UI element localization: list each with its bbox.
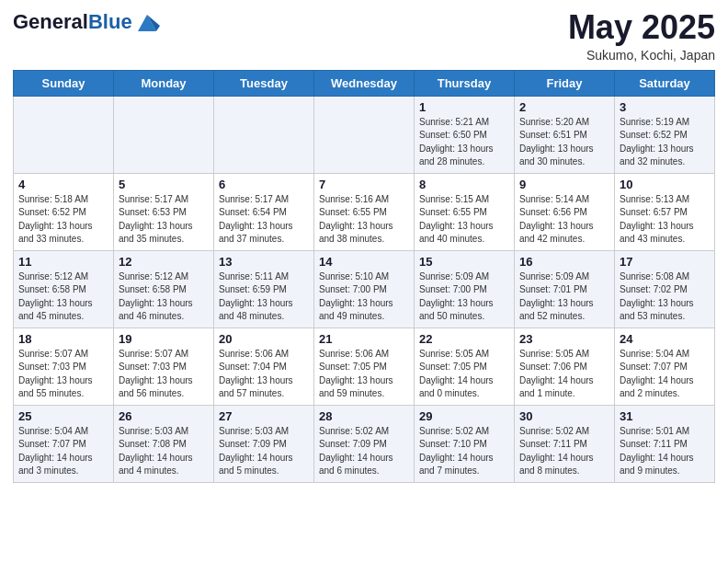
week-row-3: 11Sunrise: 5:12 AM Sunset: 6:58 PM Dayli…: [14, 250, 715, 327]
calendar-cell: 12Sunrise: 5:12 AM Sunset: 6:58 PM Dayli…: [114, 250, 214, 327]
day-info: Sunrise: 5:20 AM Sunset: 6:51 PM Dayligh…: [519, 116, 609, 169]
calendar-cell: 4Sunrise: 5:18 AM Sunset: 6:52 PM Daylig…: [14, 173, 114, 250]
calendar-cell: 22Sunrise: 5:05 AM Sunset: 7:05 PM Dayli…: [415, 327, 515, 405]
day-number: 5: [119, 178, 209, 191]
calendar-cell: 9Sunrise: 5:14 AM Sunset: 6:56 PM Daylig…: [515, 173, 615, 250]
day-info: Sunrise: 5:06 AM Sunset: 7:04 PM Dayligh…: [219, 348, 309, 401]
weekday-header-tuesday: Tuesday: [214, 70, 314, 96]
calendar-cell: 14Sunrise: 5:10 AM Sunset: 7:00 PM Dayli…: [314, 250, 415, 327]
calendar-cell: 28Sunrise: 5:02 AM Sunset: 7:09 PM Dayli…: [314, 405, 415, 482]
day-info: Sunrise: 5:02 AM Sunset: 7:11 PM Dayligh…: [519, 425, 609, 478]
day-number: 7: [319, 178, 409, 191]
weekday-header-monday: Monday: [114, 70, 214, 96]
calendar-cell: 13Sunrise: 5:11 AM Sunset: 6:59 PM Dayli…: [214, 250, 314, 327]
day-number: 16: [519, 255, 609, 269]
day-number: 17: [620, 255, 710, 269]
calendar-cell: 3Sunrise: 5:19 AM Sunset: 6:52 PM Daylig…: [615, 96, 715, 173]
calendar-table: SundayMondayTuesdayWednesdayThursdayFrid…: [13, 70, 715, 483]
day-info: Sunrise: 5:05 AM Sunset: 7:05 PM Dayligh…: [419, 348, 509, 401]
day-info: Sunrise: 5:13 AM Sunset: 6:57 PM Dayligh…: [620, 193, 710, 247]
title-block: May 2025 Sukumo, Kochi, Japan: [568, 9, 715, 63]
day-number: 6: [219, 178, 309, 191]
day-info: Sunrise: 5:12 AM Sunset: 6:58 PM Dayligh…: [18, 270, 108, 324]
day-number: 27: [219, 409, 309, 423]
day-info: Sunrise: 5:06 AM Sunset: 7:05 PM Dayligh…: [319, 348, 409, 401]
calendar-cell: 15Sunrise: 5:09 AM Sunset: 7:00 PM Dayli…: [415, 250, 515, 327]
day-info: Sunrise: 5:16 AM Sunset: 6:55 PM Dayligh…: [319, 193, 409, 247]
day-number: 23: [519, 332, 609, 346]
calendar-cell: 1Sunrise: 5:21 AM Sunset: 6:50 PM Daylig…: [415, 96, 515, 173]
day-number: 29: [419, 409, 509, 423]
calendar-cell: [114, 96, 214, 173]
weekday-header-row: SundayMondayTuesdayWednesdayThursdayFrid…: [14, 70, 715, 96]
calendar-cell: 20Sunrise: 5:06 AM Sunset: 7:04 PM Dayli…: [214, 327, 314, 405]
day-info: Sunrise: 5:09 AM Sunset: 7:01 PM Dayligh…: [519, 270, 609, 324]
week-row-1: 1Sunrise: 5:21 AM Sunset: 6:50 PM Daylig…: [14, 96, 715, 173]
day-info: Sunrise: 5:14 AM Sunset: 6:56 PM Dayligh…: [519, 193, 609, 247]
day-number: 8: [419, 178, 509, 191]
day-info: Sunrise: 5:04 AM Sunset: 7:07 PM Dayligh…: [620, 348, 710, 401]
day-number: 21: [319, 332, 409, 346]
calendar-cell: 23Sunrise: 5:05 AM Sunset: 7:06 PM Dayli…: [515, 327, 615, 405]
calendar-cell: 7Sunrise: 5:16 AM Sunset: 6:55 PM Daylig…: [314, 173, 415, 250]
day-number: 22: [419, 332, 509, 346]
weekday-header-friday: Friday: [515, 70, 615, 96]
calendar-subtitle: Sukumo, Kochi, Japan: [568, 48, 715, 63]
calendar-cell: 5Sunrise: 5:17 AM Sunset: 6:53 PM Daylig…: [114, 173, 214, 250]
day-info: Sunrise: 5:07 AM Sunset: 7:03 PM Dayligh…: [18, 348, 108, 401]
calendar-cell: 26Sunrise: 5:03 AM Sunset: 7:08 PM Dayli…: [114, 405, 214, 482]
weekday-header-saturday: Saturday: [615, 70, 715, 96]
day-info: Sunrise: 5:12 AM Sunset: 6:58 PM Dayligh…: [119, 270, 209, 324]
day-number: 25: [18, 409, 108, 423]
day-info: Sunrise: 5:17 AM Sunset: 6:53 PM Dayligh…: [119, 193, 209, 247]
calendar-cell: 24Sunrise: 5:04 AM Sunset: 7:07 PM Dayli…: [615, 327, 715, 405]
day-info: Sunrise: 5:02 AM Sunset: 7:09 PM Dayligh…: [319, 425, 409, 478]
day-number: 31: [620, 409, 710, 423]
day-info: Sunrise: 5:15 AM Sunset: 6:55 PM Dayligh…: [419, 193, 509, 247]
week-row-4: 18Sunrise: 5:07 AM Sunset: 7:03 PM Dayli…: [14, 327, 715, 405]
day-number: 4: [18, 178, 108, 191]
day-number: 19: [119, 332, 209, 346]
day-info: Sunrise: 5:21 AM Sunset: 6:50 PM Dayligh…: [419, 116, 509, 169]
day-info: Sunrise: 5:10 AM Sunset: 7:00 PM Dayligh…: [319, 270, 409, 324]
calendar-cell: 10Sunrise: 5:13 AM Sunset: 6:57 PM Dayli…: [615, 173, 715, 250]
day-info: Sunrise: 5:07 AM Sunset: 7:03 PM Dayligh…: [119, 348, 209, 401]
day-number: 3: [620, 100, 710, 114]
weekday-header-wednesday: Wednesday: [314, 70, 415, 96]
calendar-cell: [214, 96, 314, 173]
day-info: Sunrise: 5:02 AM Sunset: 7:10 PM Dayligh…: [419, 425, 509, 478]
calendar-cell: 2Sunrise: 5:20 AM Sunset: 6:51 PM Daylig…: [515, 96, 615, 173]
calendar-cell: 29Sunrise: 5:02 AM Sunset: 7:10 PM Dayli…: [415, 405, 515, 482]
day-number: 10: [620, 178, 710, 191]
logo-icon: [134, 9, 160, 35]
calendar-title: May 2025: [568, 9, 715, 46]
day-number: 14: [319, 255, 409, 269]
day-number: 9: [519, 178, 609, 191]
calendar-cell: 25Sunrise: 5:04 AM Sunset: 7:07 PM Dayli…: [14, 405, 114, 482]
calendar-cell: 31Sunrise: 5:01 AM Sunset: 7:11 PM Dayli…: [615, 405, 715, 482]
day-info: Sunrise: 5:19 AM Sunset: 6:52 PM Dayligh…: [620, 116, 710, 169]
logo: GeneralBlue: [13, 9, 160, 35]
day-number: 18: [18, 332, 108, 346]
header: GeneralBlue May 2025 Sukumo, Kochi, Japa…: [13, 9, 715, 63]
day-number: 13: [219, 255, 309, 269]
calendar-cell: 19Sunrise: 5:07 AM Sunset: 7:03 PM Dayli…: [114, 327, 214, 405]
day-number: 20: [219, 332, 309, 346]
calendar-cell: [314, 96, 415, 173]
calendar-cell: 16Sunrise: 5:09 AM Sunset: 7:01 PM Dayli…: [515, 250, 615, 327]
day-info: Sunrise: 5:11 AM Sunset: 6:59 PM Dayligh…: [219, 270, 309, 324]
day-info: Sunrise: 5:18 AM Sunset: 6:52 PM Dayligh…: [18, 193, 108, 247]
calendar-cell: 18Sunrise: 5:07 AM Sunset: 7:03 PM Dayli…: [14, 327, 114, 405]
day-info: Sunrise: 5:17 AM Sunset: 6:54 PM Dayligh…: [219, 193, 309, 247]
day-number: 11: [18, 255, 108, 269]
day-info: Sunrise: 5:01 AM Sunset: 7:11 PM Dayligh…: [620, 425, 710, 478]
weekday-header-sunday: Sunday: [14, 70, 114, 96]
calendar-cell: [14, 96, 114, 173]
calendar-cell: 17Sunrise: 5:08 AM Sunset: 7:02 PM Dayli…: [615, 250, 715, 327]
day-number: 24: [620, 332, 710, 346]
calendar-cell: 6Sunrise: 5:17 AM Sunset: 6:54 PM Daylig…: [214, 173, 314, 250]
calendar-cell: 21Sunrise: 5:06 AM Sunset: 7:05 PM Dayli…: [314, 327, 415, 405]
day-info: Sunrise: 5:04 AM Sunset: 7:07 PM Dayligh…: [18, 425, 108, 478]
day-number: 30: [519, 409, 609, 423]
calendar-page: GeneralBlue May 2025 Sukumo, Kochi, Japa…: [0, 0, 728, 496]
